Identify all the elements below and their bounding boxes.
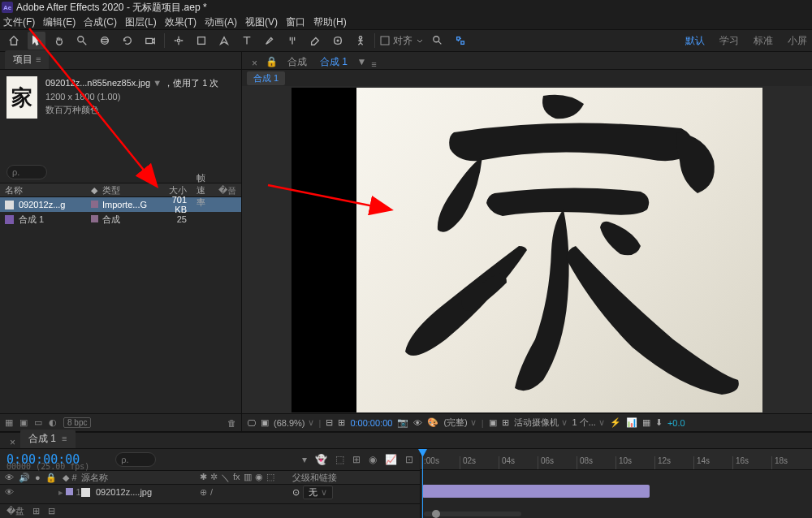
toggle-in-out-icon[interactable]: ⊟ — [48, 506, 55, 516]
layer-bar[interactable] — [422, 485, 650, 498]
panel-menu-icon[interactable]: ≡ — [371, 59, 376, 69]
trash-icon[interactable]: 🗑 — [227, 418, 236, 428]
flowchart-icon[interactable]: �품 — [214, 184, 241, 196]
project-tab[interactable]: 项目≡ — [5, 50, 49, 69]
res-grid-icon[interactable]: ⊞ — [338, 417, 345, 428]
lock-icon[interactable]: 🔒 — [262, 56, 281, 67]
toggle-modes-icon[interactable]: ⊞ — [32, 506, 40, 516]
collapse-icon[interactable]: ⊕ — [200, 487, 207, 498]
mode-blend-icon[interactable]: ▥ — [244, 472, 252, 484]
mode-shy-icon[interactable]: ✱ — [200, 472, 207, 484]
snapshot-icon[interactable]: 📷 — [397, 417, 408, 428]
workspace-standard[interactable]: 标准 — [754, 34, 773, 48]
video-switch-icon[interactable]: 👁 — [5, 473, 14, 483]
viewer[interactable] — [242, 86, 812, 413]
col-tag[interactable]: ◆ — [86, 185, 97, 196]
workspace-small[interactable]: 小屏 — [788, 34, 807, 48]
timeline-icon[interactable]: 📊 — [626, 417, 637, 428]
bpc-toggle[interactable]: 8 bpc — [63, 417, 91, 428]
display-icon[interactable]: 🖵 — [247, 418, 256, 428]
transparency-icon[interactable]: ⊞ — [502, 417, 509, 428]
timeline-search-input[interactable] — [115, 452, 156, 467]
snapping-icon[interactable] — [451, 32, 469, 50]
lock-switch-icon[interactable]: 🔒 — [45, 473, 57, 483]
frame-blend-icon[interactable]: ⊞ — [352, 454, 361, 465]
comp-mini-icon[interactable]: ▾ — [302, 454, 307, 465]
fast-preview-icon[interactable]: ⚡ — [610, 417, 621, 428]
panel-menu-icon[interactable]: ≡ — [59, 434, 67, 443]
hand-tool-icon[interactable] — [50, 32, 68, 50]
menu-effect[interactable]: 效果(T) — [165, 15, 197, 29]
render-icon[interactable]: ⬇ — [655, 417, 663, 428]
mode-fx2-icon[interactable]: fx — [233, 472, 240, 484]
video-toggle-icon[interactable]: 👁 — [5, 487, 14, 497]
time-ruler[interactable]: :00s 02s 04s 06s 08s 10s 12s 14s 16s 18s — [421, 449, 812, 470]
new-folder-icon[interactable]: ▭ — [34, 417, 42, 428]
viewer-timecode[interactable]: 0:00:00:00 — [350, 418, 392, 428]
timeline-tracks[interactable]: :00s 02s 04s 06s 08s 10s 12s 14s 16s 18s — [421, 449, 812, 518]
roto-tool-icon[interactable] — [329, 32, 347, 50]
solo-switch-icon[interactable]: ● — [35, 473, 41, 483]
layer-tag[interactable] — [66, 488, 73, 495]
menu-composition[interactable]: 合成(C) — [84, 15, 117, 29]
comp-tab[interactable]: 🔒合成合成 1 ▼ — [262, 55, 366, 69]
clone-tool-icon[interactable] — [283, 32, 301, 50]
interpret-icon[interactable]: ▦ — [5, 417, 13, 428]
selection-tool-icon[interactable] — [28, 32, 45, 50]
workspace-learn[interactable]: 学习 — [719, 34, 739, 48]
anchor-tool-icon[interactable] — [170, 32, 188, 50]
motion-blur-icon[interactable]: ◉ — [369, 454, 377, 465]
brainstorm-icon[interactable]: ⊡ — [405, 454, 413, 465]
zoom-slider[interactable] — [424, 512, 521, 516]
home-icon[interactable] — [5, 32, 23, 50]
res-half-icon[interactable]: ⊟ — [326, 417, 333, 428]
project-search-input[interactable] — [6, 165, 47, 179]
show-snapshot-icon[interactable]: 👁 — [413, 418, 422, 428]
project-row[interactable]: 合成 1 合成 25 — [0, 212, 241, 227]
pen-tool-icon[interactable] — [215, 32, 233, 50]
puppet-tool-icon[interactable] — [352, 32, 369, 50]
timeline-tab[interactable]: 合成 1 ≡ — [20, 430, 76, 448]
color-mgmt-icon[interactable]: 🎨 — [427, 417, 438, 428]
menu-help[interactable]: 帮助(H) — [313, 15, 347, 29]
col-type[interactable]: 类型 — [97, 184, 158, 196]
eraser-tool-icon[interactable] — [306, 32, 324, 50]
parent-dropdown[interactable]: 无 ∨ — [303, 486, 333, 499]
menu-animation[interactable]: 动画(A) — [205, 15, 237, 29]
toggle-switches-icon[interactable]: �盘 — [6, 505, 24, 517]
menu-file[interactable]: 文件(F) — [3, 15, 35, 29]
zoom-tool-icon[interactable] — [73, 32, 91, 50]
close-tab-icon[interactable]: × — [5, 437, 20, 448]
mode-3d-icon[interactable]: ◉ — [255, 472, 263, 484]
exposure-control[interactable]: +0.0 — [667, 418, 685, 428]
camera-dropdown[interactable]: 活动摄像机 ∨ — [514, 417, 568, 429]
audio-switch-icon[interactable]: 🔊 — [19, 473, 30, 483]
shy-icon[interactable]: 👻 — [315, 454, 327, 465]
graph-icon[interactable]: 📈 — [385, 454, 397, 465]
mode-adj-icon[interactable]: ⬚ — [266, 472, 274, 484]
rect-tool-icon[interactable] — [192, 32, 210, 50]
toggle-mask-icon[interactable]: ▣ — [261, 417, 269, 428]
flow-tab[interactable]: 合成 1 — [247, 71, 285, 85]
text-tool-icon[interactable] — [238, 32, 256, 50]
menu-view[interactable]: 视图(V) — [245, 15, 278, 29]
adjust-icon[interactable]: ◐ — [49, 417, 57, 428]
workspace-default[interactable]: 默认 — [685, 34, 705, 48]
brush-tool-icon[interactable] — [261, 32, 279, 50]
views-dropdown[interactable]: 1 个... ∨ — [572, 417, 605, 429]
menu-edit[interactable]: 编辑(E) — [43, 15, 76, 29]
panel-menu-icon[interactable]: ≡ — [36, 54, 41, 64]
close-tab-icon[interactable]: × — [247, 58, 262, 69]
camera-tool-icon[interactable] — [141, 32, 159, 50]
comp-flow-icon[interactable]: ▦ — [642, 417, 650, 428]
roi-icon[interactable]: ▣ — [489, 417, 497, 428]
rotate-tool-icon[interactable] — [119, 32, 136, 50]
menu-layer[interactable]: 图层(L) — [125, 15, 157, 29]
resolution-dropdown[interactable]: (完整) ∨ — [443, 417, 476, 429]
draft3d-icon[interactable]: ⬚ — [335, 454, 344, 465]
snap-toggle[interactable]: 对齐 — [380, 34, 424, 48]
col-fps[interactable]: 帧速率 — [192, 172, 214, 209]
new-comp-icon[interactable]: ▣ — [19, 417, 28, 428]
mode-fx-icon[interactable]: ✲ — [210, 472, 218, 484]
timeline-layer-row[interactable]: 👁 ▸ 1 092012z....jpg ⊕ / ⊙ 无 ∨ — [0, 485, 420, 499]
